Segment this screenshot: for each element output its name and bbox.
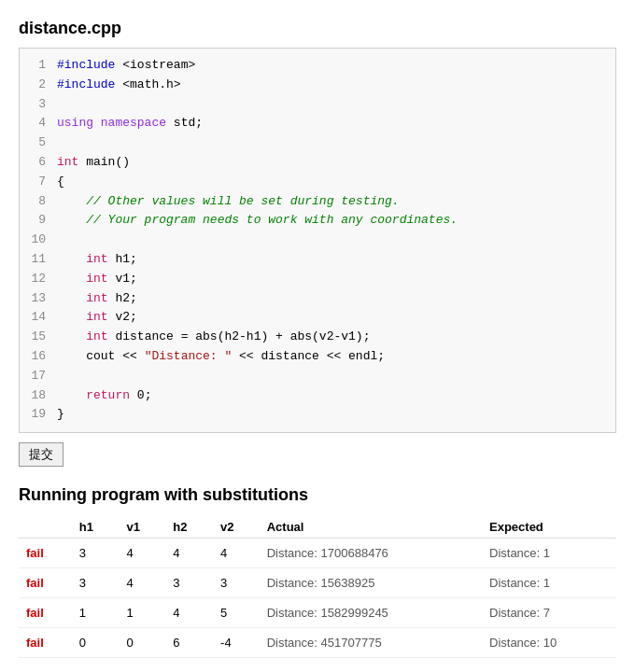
coord-cell: 4 (213, 539, 260, 568)
line-number: 10 (20, 231, 57, 250)
line-number: 12 (20, 270, 57, 289)
code-line: 14 int v2; (20, 308, 615, 328)
table-column-header: h1 (72, 516, 120, 539)
coord-cell: 6 (165, 628, 213, 658)
table-row: fail1145Distance: 1582999245Distance: 7 (19, 598, 616, 628)
line-content (57, 367, 64, 386)
line-number: 6 (20, 153, 57, 173)
status-cell: fail (19, 598, 72, 628)
line-content (57, 133, 64, 153)
table-column-header (19, 516, 72, 539)
line-number: 19 (20, 405, 57, 425)
table-column-header: Expected (482, 516, 616, 539)
code-line: 2#include <math.h> (20, 76, 615, 95)
line-number: 1 (20, 56, 57, 76)
expected-cell: Distance: 1 (482, 568, 616, 598)
line-content (57, 95, 64, 115)
code-line: 6int main() (20, 153, 615, 173)
actual-cell: Distance: 15638925 (260, 568, 482, 598)
results-table: h1v1h2v2ActualExpected fail3444Distance:… (19, 516, 616, 658)
line-number: 2 (20, 76, 57, 95)
code-line: 7{ (20, 173, 615, 192)
coord-cell: 0 (72, 628, 120, 658)
line-content: { (57, 173, 64, 192)
line-content: #include <math.h> (57, 76, 181, 95)
submit-button[interactable]: 提交 (19, 442, 64, 467)
coord-cell: 4 (120, 539, 166, 568)
line-content: return 0; (57, 386, 151, 406)
line-number: 5 (20, 133, 57, 153)
line-number: 4 (20, 114, 57, 133)
line-number: 11 (20, 250, 57, 270)
actual-cell: Distance: 1700688476 (260, 539, 482, 568)
line-content: int distance = abs(h2-h1) + abs(v2-v1); (57, 328, 370, 347)
file-title: distance.cpp (19, 19, 616, 38)
line-content: int h2; (57, 289, 137, 309)
line-number: 3 (20, 95, 57, 115)
code-line: 16 cout << "Distance: " << distance << e… (20, 347, 615, 367)
line-number: 17 (20, 367, 57, 386)
status-cell: fail (19, 539, 72, 568)
table-column-header: v2 (213, 516, 260, 539)
code-line: 5 (20, 133, 615, 153)
coord-cell: 3 (72, 539, 120, 568)
coord-cell: 1 (120, 598, 166, 628)
line-number: 14 (20, 308, 57, 328)
coord-cell: 4 (120, 568, 166, 598)
code-line: 15 int distance = abs(h2-h1) + abs(v2-v1… (20, 328, 615, 347)
code-block: 1#include <iostream>2#include <math.h>3 … (19, 48, 616, 433)
table-row: fail3444Distance: 1700688476Distance: 1 (19, 539, 616, 568)
table-row: fail006-4Distance: 451707775Distance: 10 (19, 628, 616, 658)
code-line: 12 int v1; (20, 270, 615, 289)
line-content (57, 231, 64, 250)
code-line: 13 int h2; (20, 289, 615, 309)
coord-cell: 0 (120, 628, 166, 658)
code-line: 19} (20, 405, 615, 425)
line-number: 9 (20, 211, 57, 231)
line-content: using namespace std; (57, 114, 203, 133)
line-content: } (57, 405, 64, 425)
line-content: cout << "Distance: " << distance << endl… (57, 347, 385, 367)
code-line: 4using namespace std; (20, 114, 615, 133)
coord-cell: 5 (213, 598, 260, 628)
expected-cell: Distance: 1 (482, 539, 616, 568)
status-cell: fail (19, 628, 72, 658)
expected-cell: Distance: 7 (482, 598, 616, 628)
coord-cell: 3 (72, 568, 120, 598)
table-row: fail3433Distance: 15638925Distance: 1 (19, 568, 616, 598)
expected-cell: Distance: 10 (482, 628, 616, 658)
line-number: 7 (20, 173, 57, 192)
table-column-header: v1 (120, 516, 166, 539)
coord-cell: 4 (165, 539, 213, 568)
coord-cell: 3 (165, 568, 213, 598)
code-line: 8 // Other values will be set during tes… (20, 192, 615, 212)
line-content: int h1; (57, 250, 137, 270)
table-header: h1v1h2v2ActualExpected (19, 516, 616, 539)
coord-cell: 3 (213, 568, 260, 598)
table-column-header: h2 (165, 516, 213, 539)
line-number: 18 (20, 386, 57, 406)
line-content: int v2; (57, 308, 137, 328)
code-line: 1#include <iostream> (20, 56, 615, 76)
coord-cell: 1 (72, 598, 120, 628)
line-number: 16 (20, 347, 57, 367)
code-line: 10 (20, 231, 615, 250)
coord-cell: 4 (165, 598, 213, 628)
line-content: int main() (57, 153, 130, 173)
code-line: 18 return 0; (20, 386, 615, 406)
code-line: 17 (20, 367, 615, 386)
line-content: int v1; (57, 270, 137, 289)
actual-cell: Distance: 451707775 (260, 628, 482, 658)
table-column-header: Actual (260, 516, 482, 539)
line-content: #include <iostream> (57, 56, 195, 76)
line-number: 13 (20, 289, 57, 309)
line-number: 15 (20, 328, 57, 347)
coord-cell: -4 (213, 628, 260, 658)
status-cell: fail (19, 568, 72, 598)
code-line: 9 // Your program needs to work with any… (20, 211, 615, 231)
line-number: 8 (20, 192, 57, 212)
actual-cell: Distance: 1582999245 (260, 598, 482, 628)
line-content: // Other values will be set during testi… (57, 192, 400, 212)
line-content: // Your program needs to work with any c… (57, 211, 458, 231)
code-line: 11 int h1; (20, 250, 615, 270)
